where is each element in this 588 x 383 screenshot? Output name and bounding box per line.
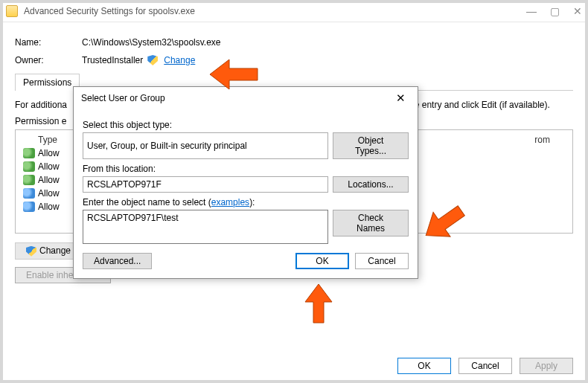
ok-button[interactable]: OK [397, 358, 451, 374]
advanced-button[interactable]: Advanced... [83, 253, 152, 269]
check-names-button[interactable]: Check Names [333, 210, 409, 236]
select-user-dialog: Select User or Group ✕ Select this objec… [73, 86, 418, 279]
object-type-field [83, 132, 328, 159]
maximize-icon[interactable]: ▢ [550, 5, 560, 17]
dialog-title-text: Select User or Group [81, 93, 165, 103]
name-label: Name: [15, 37, 82, 48]
principal-icon [23, 161, 35, 172]
dialog-titlebar: Select User or Group ✕ [74, 87, 418, 109]
enter-name-label: Enter the object name to select (example… [83, 197, 409, 207]
close-icon[interactable]: ✕ [573, 5, 582, 17]
principal-icon [23, 175, 35, 185]
dialog-cancel-button[interactable]: Cancel [355, 253, 409, 269]
type-cell: Allow [38, 175, 75, 185]
dialog-ok-button[interactable]: OK [295, 253, 349, 269]
object-types-button[interactable]: Object Types... [333, 132, 409, 159]
folder-icon [6, 5, 18, 17]
shield-icon [147, 55, 158, 65]
tab-permissions[interactable]: Permissions [15, 74, 80, 91]
minimize-icon[interactable]: — [526, 5, 537, 17]
location-field [83, 176, 328, 193]
owner-label: Owner: [15, 55, 82, 65]
name-value: C:\Windows\System32\spoolsv.exe [82, 37, 573, 48]
object-type-label: Select this object type: [83, 120, 409, 130]
col-from: rom [534, 135, 565, 145]
type-cell: Allow [38, 161, 75, 172]
window-controls: — ▢ ✕ [526, 5, 582, 17]
object-name-input[interactable] [83, 210, 328, 244]
principal-icon [23, 148, 35, 158]
type-cell: Allow [38, 188, 75, 199]
titlebar: Advanced Security Settings for spoolsv.e… [0, 0, 588, 22]
shield-icon [26, 246, 36, 257]
dialog-close-icon[interactable]: ✕ [392, 91, 410, 105]
owner-value: TrustedInstaller [82, 55, 143, 65]
location-label: From this location: [83, 164, 409, 174]
bottom-button-bar: OK Cancel Apply [397, 358, 573, 374]
type-cell: Allow [38, 148, 75, 158]
window-title: Advanced Security Settings for spoolsv.e… [24, 6, 526, 16]
apply-button: Apply [520, 358, 573, 374]
change-owner-link[interactable]: Change [164, 55, 195, 65]
type-cell: Allow [38, 202, 75, 212]
cancel-button[interactable]: Cancel [458, 358, 512, 374]
principal-icon [23, 188, 35, 199]
examples-link[interactable]: examples [211, 197, 249, 207]
principal-icon [23, 202, 35, 212]
col-type: Type [38, 135, 75, 145]
locations-button[interactable]: Locations... [333, 176, 409, 193]
